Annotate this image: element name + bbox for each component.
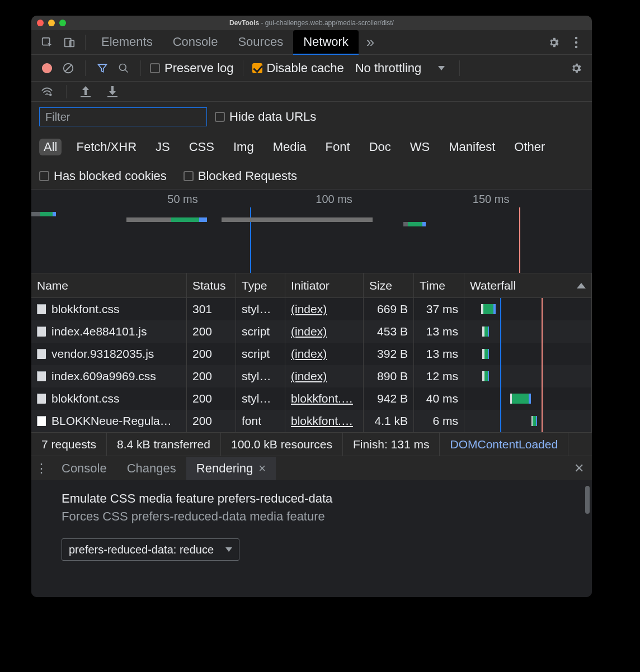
svg-point-5: [575, 45, 578, 48]
request-type: styl…: [236, 365, 285, 387]
request-status: 200: [187, 410, 236, 432]
chevron-down-icon: [225, 547, 232, 552]
minimize-window-button[interactable]: [48, 20, 55, 26]
request-time: 40 ms: [414, 387, 464, 410]
filter-input[interactable]: [39, 107, 207, 126]
kebab-menu-icon[interactable]: [566, 32, 586, 53]
window-title: DevTools - gui-challenges.web.app/media-…: [31, 19, 592, 27]
request-initiator[interactable]: (index): [285, 320, 364, 343]
filter-type-fetchxhr[interactable]: Fetch/XHR: [72, 139, 141, 155]
preserve-log-checkbox[interactable]: Preserve log: [150, 61, 234, 75]
file-icon: [37, 394, 46, 404]
request-status: 200: [187, 365, 236, 387]
request-initiator[interactable]: (index): [285, 298, 364, 320]
request-row[interactable]: blokkfont.css200styl…blokkfont.…942 B40 …: [31, 387, 592, 410]
clear-button[interactable]: [60, 60, 76, 76]
filter-type-doc[interactable]: Doc: [365, 139, 396, 155]
request-type: script: [236, 320, 285, 343]
summary-transferred: 8.4 kB transferred: [107, 433, 221, 456]
titlebar[interactable]: DevTools - gui-challenges.web.app/media-…: [31, 16, 592, 30]
import-har-icon[interactable]: [78, 84, 93, 100]
request-waterfall: [464, 387, 592, 410]
prefers-reduced-data-select[interactable]: prefers-reduced-data: reduce: [62, 538, 239, 561]
svg-point-7: [120, 64, 126, 70]
blocked-requests-checkbox[interactable]: Blocked Requests: [183, 169, 297, 183]
close-tab-icon[interactable]: ×: [258, 461, 266, 476]
tab-elements[interactable]: Elements: [91, 30, 163, 55]
tab-network[interactable]: Network: [293, 30, 359, 55]
devtools-window: DevTools - gui-challenges.web.app/media-…: [31, 16, 592, 597]
drawer-tab-rendering[interactable]: Rendering×: [186, 457, 276, 480]
request-row[interactable]: index.609a9969.css200styl…(index)890 B12…: [31, 365, 592, 387]
network-conditions-icon[interactable]: [39, 84, 55, 100]
request-initiator[interactable]: (index): [285, 343, 364, 365]
has-blocked-cookies-checkbox[interactable]: Has blocked cookies: [39, 169, 167, 183]
request-row[interactable]: blokkfont.css301styl…(index)669 B37 ms: [31, 298, 592, 320]
network-toolbar: Preserve log Disable cache No throttling: [31, 55, 592, 82]
col-type: Type: [236, 273, 285, 297]
search-icon[interactable]: [116, 60, 131, 76]
summary-dcl[interactable]: DOMContentLoaded: [440, 433, 568, 456]
network-settings-icon[interactable]: [568, 60, 584, 76]
request-time: 12 ms: [414, 365, 464, 387]
close-window-button[interactable]: [37, 20, 44, 26]
timeline-tick: 50 ms: [167, 193, 197, 206]
filter-type-font[interactable]: Font: [321, 139, 355, 155]
filter-type-media[interactable]: Media: [269, 139, 311, 155]
request-time: 6 ms: [414, 410, 464, 432]
settings-icon[interactable]: [544, 32, 564, 53]
record-button[interactable]: [39, 60, 55, 76]
request-row[interactable]: vendor.93182035.js200script(index)392 B1…: [31, 343, 592, 365]
request-row[interactable]: index.4e884101.js200script(index)453 B13…: [31, 320, 592, 343]
request-type: script: [236, 343, 285, 365]
throttling-dropdown[interactable]: No throttling: [350, 61, 451, 75]
filter-type-manifest[interactable]: Manifest: [444, 139, 500, 155]
request-initiator[interactable]: blokkfont.…: [285, 410, 364, 432]
drawer-tab-changes[interactable]: Changes: [117, 457, 186, 480]
summary-resources: 100.0 kB resources: [221, 433, 343, 456]
timeline-tick: 150 ms: [473, 193, 510, 206]
request-status: 301: [187, 298, 236, 320]
filter-type-other[interactable]: Other: [510, 139, 549, 155]
export-har-icon[interactable]: [105, 84, 120, 100]
separator: [85, 35, 86, 50]
hide-data-urls-checkbox[interactable]: Hide data URLs: [215, 110, 316, 124]
disable-cache-checkbox[interactable]: Disable cache: [252, 61, 344, 75]
filter-type-css[interactable]: CSS: [185, 139, 219, 155]
timeline-overview[interactable]: 50 ms100 ms150 ms: [31, 190, 592, 273]
request-row[interactable]: BLOKKNeue-Regula…200fontblokkfont.…4.1 k…: [31, 410, 592, 432]
svg-point-8: [49, 93, 52, 96]
scrollbar-thumb[interactable]: [585, 486, 590, 514]
tab-sources[interactable]: Sources: [228, 30, 293, 55]
summary-requests: 7 requests: [31, 433, 107, 456]
request-type: styl…: [236, 387, 285, 410]
summary-bar: 7 requests 8.4 kB transferred 100.0 kB r…: [31, 432, 592, 456]
filter-type-js[interactable]: JS: [151, 139, 175, 155]
filter-type-ws[interactable]: WS: [406, 139, 434, 155]
filter-type-img[interactable]: Img: [229, 139, 258, 155]
request-table-header[interactable]: Name Status Type Initiator Size Time Wat…: [31, 273, 592, 298]
request-time: 13 ms: [414, 343, 464, 365]
sort-indicator-icon: [577, 283, 586, 288]
close-drawer-button[interactable]: ✕: [574, 461, 584, 476]
filter-bar: Hide data URLs AllFetch/XHRJSCSSImgMedia…: [31, 102, 592, 190]
drawer-tab-console[interactable]: Console: [51, 457, 117, 480]
inspect-element-icon[interactable]: [37, 32, 57, 53]
drawer-tabs: ⋮ ConsoleChangesRendering× ✕: [31, 456, 592, 480]
col-status: Status: [187, 273, 236, 297]
zoom-window-button[interactable]: [59, 20, 66, 26]
filter-toggle-icon[interactable]: [95, 60, 110, 76]
separator: [66, 85, 67, 98]
request-name: vendor.93182035.js: [51, 347, 154, 361]
drawer-menu-icon[interactable]: ⋮: [31, 461, 51, 476]
device-toolbar-icon[interactable]: [59, 32, 79, 53]
tab-console[interactable]: Console: [163, 30, 228, 55]
request-initiator[interactable]: blokkfont.…: [285, 387, 364, 410]
request-initiator[interactable]: (index): [285, 365, 364, 387]
more-tabs-button[interactable]: »: [361, 34, 380, 51]
request-name: blokkfont.css: [51, 302, 119, 316]
file-icon: [37, 326, 46, 337]
request-name: index.609a9969.css: [51, 370, 156, 383]
filter-type-all[interactable]: All: [39, 139, 62, 155]
request-size: 392 B: [364, 343, 414, 365]
